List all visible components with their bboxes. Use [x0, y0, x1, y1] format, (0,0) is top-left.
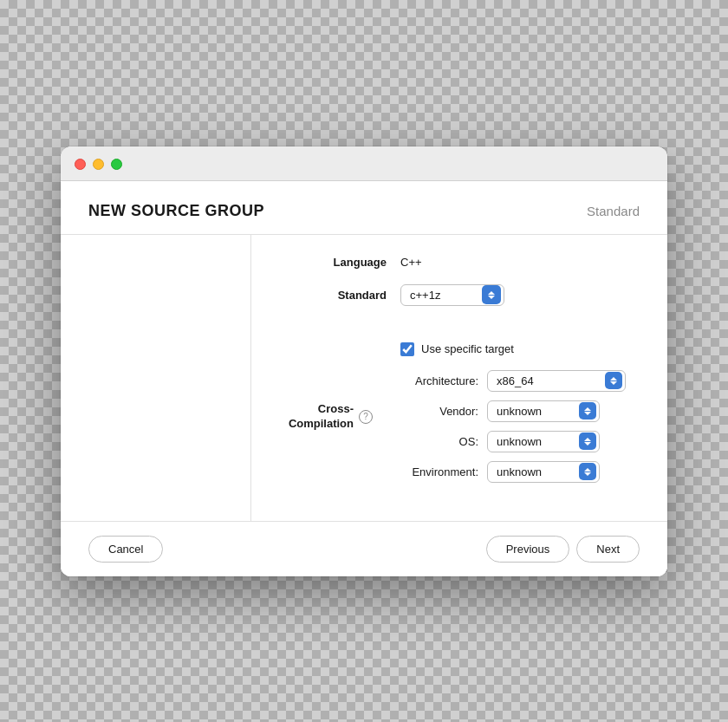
- language-value: C++: [400, 256, 422, 269]
- standard-select[interactable]: c++1z c++14 c++11 c++03: [400, 284, 504, 306]
- form-area: Language C++ Standard c++1z c++14 c++11 …: [251, 235, 667, 521]
- standard-select-wrapper: c++1z c++14 c++11 c++03: [400, 284, 504, 306]
- footer: Cancel Previous Next: [61, 521, 667, 576]
- use-specific-target-label[interactable]: Use specific target: [421, 342, 514, 355]
- vendor-select[interactable]: unknown apple pc linux: [487, 400, 600, 422]
- use-specific-target-checkbox[interactable]: [400, 342, 414, 356]
- navigation-buttons: Previous Next: [486, 536, 640, 563]
- architecture-row: Architecture: x86_64 arm aarch64 i386: [400, 370, 640, 392]
- minimize-button[interactable]: [93, 159, 104, 170]
- cross-label-col: Cross-Compilation ?: [279, 342, 400, 491]
- cross-compilation-label: Cross-Compilation: [289, 402, 354, 432]
- header: NEW SOURCE GROUP Standard: [61, 181, 667, 235]
- window-content: NEW SOURCE GROUP Standard Language C++ S…: [61, 181, 667, 576]
- architecture-select[interactable]: x86_64 arm aarch64 i386: [487, 370, 626, 392]
- previous-button[interactable]: Previous: [486, 536, 570, 563]
- dialog-subtitle: Standard: [587, 204, 640, 218]
- vendor-select-wrapper: unknown apple pc linux: [487, 400, 600, 422]
- dialog-title: NEW SOURCE GROUP: [88, 202, 264, 220]
- main-body: Language C++ Standard c++1z c++14 c++11 …: [61, 235, 667, 521]
- main-window: NEW SOURCE GROUP Standard Language C++ S…: [61, 146, 667, 576]
- cross-label-group: Cross-Compilation ?: [265, 402, 387, 432]
- os-row: OS: unknown linux darwin windows: [400, 431, 640, 452]
- vendor-row: Vendor: unknown apple pc linux: [400, 400, 640, 422]
- environment-label: Environment:: [400, 465, 487, 478]
- cross-fields: Use specific target Architecture: x86_64…: [400, 342, 640, 491]
- next-button[interactable]: Next: [576, 536, 640, 563]
- close-button[interactable]: [75, 159, 86, 170]
- help-icon[interactable]: ?: [359, 410, 373, 424]
- architecture-label: Architecture:: [400, 374, 487, 387]
- title-bar: [61, 146, 667, 181]
- standard-label: Standard: [279, 289, 400, 302]
- os-select-wrapper: unknown linux darwin windows: [487, 431, 600, 452]
- architecture-select-wrapper: x86_64 arm aarch64 i386: [487, 370, 626, 392]
- environment-select-wrapper: unknown gnu msvc musl: [487, 461, 600, 483]
- environment-select[interactable]: unknown gnu msvc musl: [487, 461, 600, 483]
- language-label: Language: [279, 256, 400, 269]
- sidebar: [61, 235, 251, 521]
- environment-row: Environment: unknown gnu msvc musl: [400, 461, 640, 483]
- use-specific-target-row: Use specific target: [400, 342, 640, 356]
- vendor-label: Vendor:: [400, 405, 487, 418]
- cross-compilation-row: Cross-Compilation ? Use specific target …: [279, 342, 640, 491]
- standard-row: Standard c++1z c++14 c++11 c++03: [279, 284, 640, 306]
- spacer: [279, 322, 640, 342]
- os-label: OS:: [400, 435, 487, 448]
- language-row: Language C++: [279, 256, 640, 269]
- os-select[interactable]: unknown linux darwin windows: [487, 431, 600, 452]
- cancel-button[interactable]: Cancel: [88, 536, 163, 563]
- maximize-button[interactable]: [111, 159, 122, 170]
